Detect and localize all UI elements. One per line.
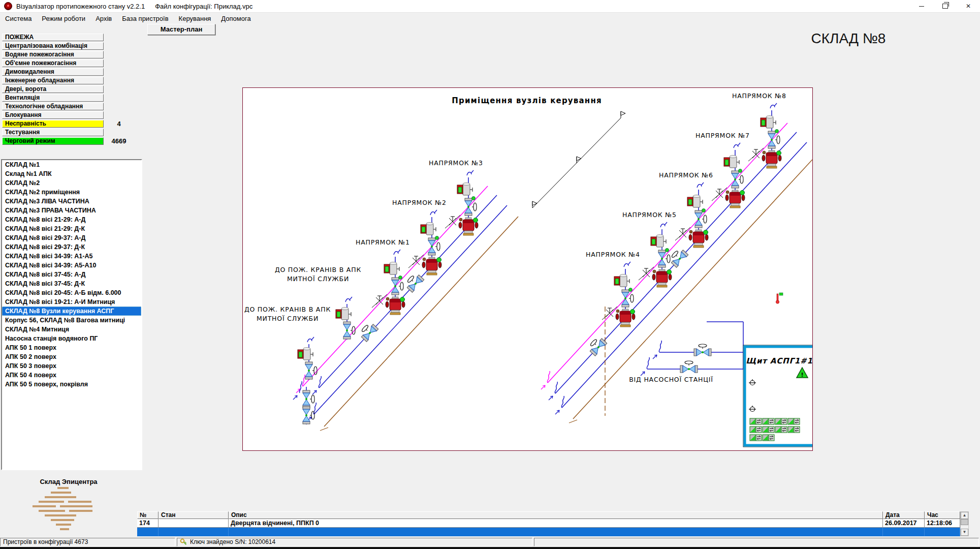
status-button-1[interactable]: ПОЖЕЖА (2, 34, 104, 41)
location-list[interactable]: СКЛАД №1Склад №1 АПКСКЛАД №2СКЛАД №2 при… (1, 159, 142, 470)
event-col-num[interactable]: № (137, 511, 159, 519)
menu-item-6[interactable]: Допомога (216, 14, 256, 23)
minimize-button[interactable] (910, 0, 933, 12)
status-count-11: 4 (107, 120, 131, 128)
scroll-down-icon[interactable]: ▼ (961, 529, 968, 536)
location-item-12[interactable]: СКЛАД №8 вісі 34-39: А5-А10 (2, 261, 141, 270)
svg-text:НАПРЯМОК №8: НАПРЯМОК №8 (732, 92, 786, 100)
location-item-19[interactable]: СКЛАД №4 Митниця (2, 325, 141, 334)
menu-bar: СистемаРежим роботиАрхівБаза пристроївКе… (0, 13, 980, 24)
status-button-6[interactable]: Інженерне обладнання (2, 77, 104, 84)
brand-label: Склад Эпицентра (0, 478, 137, 485)
status-button-12[interactable]: Тестування (2, 129, 104, 136)
svg-text:НАПРЯМОК №7: НАПРЯМОК №7 (696, 132, 750, 139)
svg-text:Приміщення вузлів керування: Приміщення вузлів керування (452, 96, 602, 105)
event-row1-state[interactable] (159, 519, 229, 528)
status-button-10[interactable]: Блокування (2, 111, 104, 119)
restore-icon (942, 4, 948, 9)
event-row2-date[interactable] (883, 528, 925, 536)
status-button-7[interactable]: Двері, ворота (2, 85, 104, 93)
location-item-3[interactable]: СКЛАД №2 (2, 178, 141, 188)
statusbar-empty (534, 538, 979, 546)
location-item-2[interactable]: Склад №1 АПК (2, 169, 141, 178)
event-row2-state[interactable] (159, 528, 229, 536)
svg-text:ВІД НАСОСНОЇ СТАНЦІЇ: ВІД НАСОСНОЇ СТАНЦІЇ (629, 376, 713, 383)
scroll-up-icon[interactable]: ▲ (961, 512, 968, 519)
svg-text:НАПРЯМОК №6: НАПРЯМОК №6 (659, 171, 713, 179)
event-row1-date[interactable]: 26.09.2017 (883, 519, 925, 528)
location-item-10[interactable]: СКЛАД №8 вісі 29-37: Д-К (2, 242, 141, 252)
svg-text:НАПРЯМОК №3: НАПРЯМОК №3 (429, 159, 483, 167)
app-logo-icon (4, 2, 12, 10)
location-item-20[interactable]: Насосна станція водяного ПГ (2, 334, 141, 343)
location-item-14[interactable]: СКЛАД №8 вісі 37-45: Д-К (2, 279, 141, 288)
status-button-9[interactable]: Технологічне обладнання (2, 103, 104, 110)
event-table-scrollbar[interactable]: ▲ ▼ (960, 511, 969, 536)
svg-text:НАПРЯМОК №5: НАПРЯМОК №5 (622, 211, 677, 219)
location-item-21[interactable]: АПК 50 1 поверх (2, 343, 141, 352)
location-item-23[interactable]: АПК 50 3 поверх (2, 361, 141, 371)
title-bar: Візуалізатор протипожежного стану v2.2.1… (0, 0, 980, 13)
status-button-2[interactable]: Централізована комбінація (2, 42, 104, 50)
menu-item-4[interactable]: База пристроїв (117, 14, 173, 23)
status-button-5[interactable]: Димовидалення (2, 68, 104, 76)
maximize-button[interactable] (933, 0, 957, 12)
master-plan-button[interactable]: Мастер-план (147, 24, 215, 35)
svg-text:!: ! (801, 372, 803, 378)
status-button-4[interactable]: Об'ємне пожежогасіння (2, 59, 104, 67)
window-title: Візуалізатор протипожежного стану v2.2.1 (16, 3, 145, 10)
location-item-1[interactable]: СКЛАД №1 (2, 160, 141, 169)
event-col-state[interactable]: Стан (159, 511, 229, 519)
event-col-time[interactable]: Час (925, 511, 960, 519)
event-row2-descr[interactable] (229, 528, 883, 536)
statusbar-devices: Пристроїв в конфігурації 4673 (0, 538, 175, 546)
event-row2-num[interactable] (137, 528, 159, 536)
location-item-22[interactable]: АПК 50 2 поверх (2, 352, 141, 361)
event-col-date[interactable]: Дата (883, 511, 925, 519)
scheme-big-title: СКЛАД №8 (800, 30, 897, 47)
status-button-8[interactable]: Вентиляція (2, 94, 104, 102)
location-item-11[interactable]: СКЛАД №8 вісі 34-39: А1-А5 (2, 252, 141, 261)
menu-item-2[interactable]: Режим роботи (37, 14, 90, 23)
svg-text:МИТНОЇ СЛУЖБИ: МИТНОЇ СЛУЖБИ (287, 275, 349, 283)
key-status-text: Ключ знайдено S/N: 10200614 (190, 538, 275, 546)
close-button[interactable]: ✕ (957, 0, 980, 12)
location-item-6[interactable]: СКЛАД №3 ПРАВА ЧАСТИНА (2, 206, 141, 215)
location-item-24[interactable]: АПК 50 4 поверх (2, 371, 141, 380)
close-icon: ✕ (966, 3, 971, 10)
scheme-canvas[interactable]: Приміщення вузлів керуванняНАПРЯМОК №1НА… (242, 87, 813, 451)
event-col-descr[interactable]: Опис (229, 511, 883, 519)
event-row2-time[interactable] (925, 528, 960, 536)
location-item-7[interactable]: СКЛАД №8 вісі 21-29: А-Д (2, 215, 141, 224)
event-row1-time[interactable]: 12:18:06 (925, 519, 960, 528)
status-button-3[interactable]: Водяне пожежогасіння (2, 51, 104, 58)
config-file-label: Файл конфігурації: Приклад.vpc (155, 3, 252, 10)
menu-item-3[interactable]: Архів (90, 14, 117, 23)
status-button-13[interactable]: Черговий режим (2, 137, 104, 145)
location-item-15[interactable]: СКЛАД №8 вісі 20-45: А-Б відм. 6.000 (2, 288, 141, 297)
piping-diagram: Приміщення вузлів керуванняНАПРЯМОК №1НА… (243, 88, 812, 450)
event-row1-descr[interactable]: Дверцята відчинені, ППКП 0 (229, 519, 883, 528)
status-button-11[interactable]: Несправність (2, 120, 104, 128)
location-item-25[interactable]: АПК 50 5 поверх, покрівля (2, 380, 141, 389)
menu-item-5[interactable]: Керування (174, 14, 216, 23)
location-item-17[interactable]: СКЛАД №8 Вузли керування АСПГ (2, 307, 141, 316)
status-count-13: 4669 (107, 137, 131, 145)
bottom-strip (0, 547, 980, 549)
svg-text:ДО ПОЖ. КРАНІВ В АПК: ДО ПОЖ. КРАНІВ В АПК (275, 266, 361, 273)
statusbar-key: Ключ знайдено S/N: 10200614 (177, 538, 532, 546)
scroll-thumb[interactable] (961, 519, 968, 525)
location-item-8[interactable]: СКЛАД №8 вісі 21-29: Д-К (2, 224, 141, 233)
minimize-icon (919, 6, 924, 7)
brand-logo (18, 487, 119, 535)
location-item-18[interactable]: Корпус 56, СКЛАД №8 Вагова митниці (2, 316, 141, 325)
key-icon (180, 538, 187, 546)
event-row1-num[interactable]: 174 (137, 519, 159, 528)
menu-item-1[interactable]: Система (0, 14, 37, 23)
location-item-5[interactable]: СКЛАД №3 ЛІВА ЧАСТИНА (2, 197, 141, 206)
location-item-9[interactable]: СКЛАД №8 вісі 29-37: А-Д (2, 233, 141, 242)
location-item-4[interactable]: СКЛАД №2 приміщення (2, 188, 141, 197)
location-item-16[interactable]: СКЛАД №8 вісі 19-21: А-И Митниця (2, 297, 141, 307)
svg-text:МИТНОЇ СЛУЖБИ: МИТНОЇ СЛУЖБИ (257, 315, 319, 322)
location-item-13[interactable]: СКЛАД №8 вісі 37-45: А-Д (2, 270, 141, 279)
